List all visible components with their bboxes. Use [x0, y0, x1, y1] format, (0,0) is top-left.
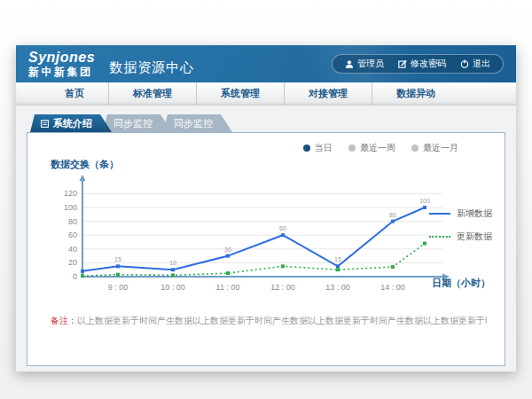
range-filter: 当日最近一周最近一月 [303, 142, 458, 154]
chart-panel: 当日最近一周最近一月 数据交换（条） 0204060801001209 : 00… [27, 132, 505, 366]
x-axis-title: 日期（小时） [432, 277, 490, 290]
logout-button[interactable]: 退出 [460, 58, 490, 70]
y-tick-label: 20 [68, 258, 77, 267]
radio-icon [411, 145, 419, 152]
legend-item-0[interactable]: 新增数据 [429, 207, 492, 220]
radio-icon [303, 145, 310, 152]
tab-label: 同步监控 [174, 117, 213, 130]
footnote-text: 以上数据更新于时间产生数据以上数据更新于时间产生数据以上数据更新于时间产生数据以… [77, 316, 487, 325]
data-point [336, 264, 340, 268]
data-point [226, 271, 230, 275]
data-point [423, 206, 426, 209]
data-point [336, 268, 340, 271]
tab-2[interactable]: 同步监控 [163, 114, 232, 132]
data-point-label: 80 [389, 212, 396, 218]
change-password-button[interactable]: 修改密码 [398, 58, 446, 70]
power-icon [460, 59, 469, 68]
x-tick-label: 13 : 00 [325, 283, 350, 292]
data-point [281, 264, 285, 268]
data-point-label: 30 [224, 246, 231, 253]
page-title: 数据资源中心 [109, 59, 194, 76]
legend-label: 更新数据 [457, 231, 492, 243]
y-axis-title: 数据交换（条） [51, 158, 119, 171]
tab-label: 系统介绍 [53, 117, 92, 130]
line-chart: 0204060801001209 : 0010 : 0011 : 0012 : … [52, 172, 469, 296]
range-option-0[interactable]: 当日 [303, 142, 332, 154]
range-option-label: 当日 [315, 142, 332, 154]
x-tick-label: 14 : 00 [380, 283, 405, 292]
company-logo: Synjones 新中新集团 [28, 51, 95, 77]
radio-icon [348, 145, 356, 152]
nav-item-2[interactable]: 系统管理 [196, 82, 284, 105]
legend-swatch [429, 236, 450, 238]
x-tick-label: 9 : 00 [108, 283, 129, 292]
data-point-label: 15 [334, 256, 341, 262]
data-point [116, 264, 120, 268]
user-icon [345, 59, 354, 69]
change-password-label: 修改密码 [411, 58, 446, 70]
data-point [81, 270, 84, 273]
data-point [81, 274, 84, 278]
nav-item-0[interactable]: 首页 [41, 82, 108, 105]
y-tick-label: 0 [73, 272, 77, 281]
legend-label: 新增数据 [457, 207, 492, 220]
footnote-prefix: 备注： [51, 316, 77, 325]
nav-item-3[interactable]: 对接管理 [284, 82, 372, 105]
chart-legend: 新增数据更新数据 [429, 207, 492, 243]
data-point [391, 220, 395, 223]
app-window: Synjones 新中新集团 数据资源中心 管理员 修改密码 退出 [16, 45, 516, 372]
content-area: 系统介绍同步监控同步监控 当日最近一周最近一月 数据交换（条） 02040608… [16, 106, 516, 366]
range-option-2[interactable]: 最近一月 [411, 142, 458, 154]
data-point [171, 268, 175, 271]
tab-icon [41, 120, 49, 128]
main-nav: 首页标准管理系统管理对接管理数据异动 [16, 82, 516, 106]
x-tick-label: 12 : 00 [270, 283, 295, 292]
edit-icon [398, 59, 407, 68]
data-point [116, 273, 120, 277]
logo-text-en: Synjones [28, 51, 95, 65]
series-line-0 [82, 207, 425, 271]
data-point [171, 273, 175, 277]
x-tick-label: 11 : 00 [216, 283, 240, 292]
current-user-label: 管理员 [357, 58, 384, 70]
y-tick-label: 40 [68, 245, 77, 254]
y-tick-label: 60 [68, 231, 77, 239]
y-tick-label: 120 [64, 189, 77, 198]
y-tick-label: 100 [64, 203, 77, 212]
data-point-label: 100 [419, 198, 430, 204]
y-tick-label: 80 [68, 217, 77, 226]
footnote: 备注：以上数据更新于时间产生数据以上数据更新于时间产生数据以上数据更新于时间产生… [51, 315, 487, 327]
chart-canvas: 0204060801001209 : 0010 : 0011 : 0012 : … [52, 172, 469, 296]
tab-0[interactable]: 系统介绍 [30, 114, 112, 132]
data-point-label: 10 [169, 260, 176, 266]
data-point-label: 60 [279, 225, 286, 231]
tab-label: 同步监控 [113, 117, 153, 130]
user-toolbar: 管理员 修改密码 退出 [332, 54, 504, 74]
x-tick-label: 10 : 00 [160, 283, 185, 292]
legend-item-1[interactable]: 更新数据 [429, 231, 492, 243]
tab-bar: 系统介绍同步监控同步监控 [30, 114, 505, 132]
data-point-label: 15 [114, 256, 121, 262]
y-axis-arrow-icon [80, 175, 86, 181]
nav-item-4[interactable]: 数据异动 [372, 82, 459, 105]
app-header: Synjones 新中新集团 数据资源中心 管理员 修改密码 退出 [16, 45, 516, 82]
range-option-label: 最近一周 [360, 142, 395, 154]
series-line-1 [82, 244, 425, 277]
logout-label: 退出 [473, 58, 490, 70]
data-point [281, 233, 285, 237]
range-option-1[interactable]: 最近一周 [348, 142, 395, 154]
data-point [391, 265, 395, 269]
logo-text-cn: 新中新集团 [28, 66, 95, 77]
current-user-button[interactable]: 管理员 [345, 58, 384, 70]
legend-swatch [429, 213, 450, 215]
tab-1[interactable]: 同步监控 [103, 114, 172, 132]
nav-item-1[interactable]: 标准管理 [108, 82, 196, 105]
range-option-label: 最近一月 [423, 142, 458, 154]
data-point [226, 254, 230, 258]
data-point [423, 242, 426, 246]
